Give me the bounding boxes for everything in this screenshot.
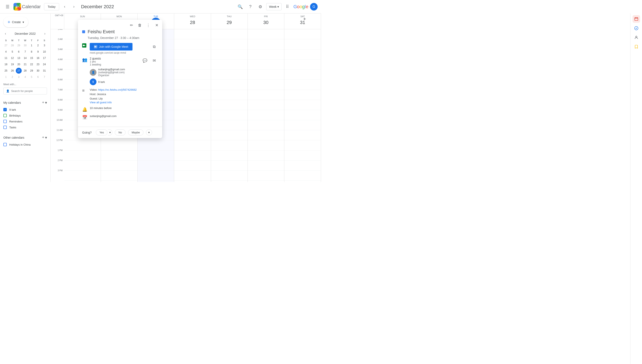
cal-day[interactable]: 19 [9, 62, 15, 67]
my-calendars-section: My calendars + ▾ 9 lark Birthdays Remind… [0, 97, 50, 132]
cal-day[interactable]: 1 [3, 74, 9, 80]
add-event-button[interactable]: + [301, 15, 308, 23]
cal-day[interactable]: 24 [42, 62, 47, 67]
copy-meet-link-button[interactable]: ⧉ [150, 43, 158, 50]
calendar-checkbox[interactable] [3, 143, 7, 146]
my-calendars-header[interactable]: My calendars + ▾ [0, 99, 50, 107]
calendar-name: Holidays in China [9, 143, 31, 146]
help-button[interactable]: ? [246, 2, 254, 11]
cal-day[interactable]: 4 [22, 74, 28, 80]
message-guests-button[interactable]: 💬 [141, 57, 149, 64]
calendar-checkbox[interactable] [3, 108, 7, 111]
calendar-item-tasks[interactable]: Tasks [0, 124, 50, 130]
cal-day[interactable]: 2 [9, 74, 15, 80]
cal-day[interactable]: 20 [16, 62, 22, 67]
add-other-calendar-icon[interactable]: + [42, 135, 44, 140]
next-button[interactable]: › [70, 3, 78, 10]
cal-day[interactable]: 15 [29, 55, 35, 61]
cal-day[interactable]: 22 [29, 62, 35, 67]
day-col-fri[interactable] [248, 29, 284, 182]
other-calendars-header[interactable]: Other calendars + ▾ [0, 134, 50, 142]
mini-prev-button[interactable]: ‹ [3, 31, 9, 36]
close-popup-button[interactable]: ✕ [153, 22, 161, 29]
rsvp-no-button[interactable]: No [115, 130, 126, 136]
cal-day[interactable]: 30 [22, 42, 28, 48]
search-people-input[interactable]: 👤 Search for people [3, 88, 47, 94]
cal-day[interactable]: 13 [16, 55, 22, 61]
cal-day[interactable]: 3 [16, 74, 22, 80]
cal-day[interactable]: 27 [3, 42, 9, 48]
view-selector[interactable]: Week ▾ [266, 3, 282, 10]
day-header-thu[interactable]: THU 29 [211, 14, 248, 29]
rsvp-maybe-button[interactable]: Maybe [128, 130, 143, 136]
cal-day[interactable]: 14 [22, 55, 28, 61]
day-header-fri[interactable]: FRI 30 [248, 14, 284, 29]
cal-day[interactable]: 8 [29, 49, 35, 55]
cal-day[interactable]: 5 [29, 74, 35, 80]
cal-day[interactable]: 28 [22, 68, 28, 74]
calendar-checkbox[interactable] [3, 114, 7, 117]
calendar-checkbox[interactable] [3, 120, 7, 123]
create-button[interactable]: + Create ▾ [3, 17, 28, 27]
popup-content: Feishu Event Tuesday, December 27 · 3:30… [78, 29, 162, 127]
cal-day[interactable]: 11 [3, 55, 9, 61]
join-meet-button[interactable]: Join with Google Meet [90, 43, 133, 50]
user-avatar[interactable]: G [310, 3, 318, 10]
cal-day[interactable]: 12 [9, 55, 15, 61]
cal-day[interactable]: 3 [42, 42, 47, 48]
cal-day[interactable]: 6 [16, 49, 22, 55]
cal-day[interactable]: 7 [42, 74, 47, 80]
cal-day[interactable]: 6 [35, 74, 41, 80]
view-all-guest-info-link[interactable]: View all guest info [90, 101, 112, 104]
cal-day[interactable]: 26 [9, 68, 15, 74]
cal-day[interactable]: 28 [9, 42, 15, 48]
cal-day[interactable]: 2 [35, 42, 41, 48]
day-col-thu[interactable] [211, 29, 248, 182]
cal-day[interactable]: 18 [3, 62, 9, 67]
apps-button[interactable]: ⠿ [283, 2, 292, 11]
rsvp-more-button[interactable]: ▾ [146, 130, 152, 136]
guest-action-icons: 💬 ✉ [141, 57, 158, 64]
cal-day[interactable]: 4 [3, 49, 9, 55]
edit-event-button[interactable]: ✏ [128, 22, 135, 29]
more-options-button[interactable]: ⋮ [145, 22, 152, 29]
cal-day[interactable]: 5 [9, 49, 15, 55]
cal-day[interactable]: 23 [35, 62, 41, 67]
rsvp-yes-button[interactable]: Yes [96, 130, 107, 136]
day-header-wed[interactable]: WED 28 [174, 14, 211, 29]
calendar-item-9lark[interactable]: 9 lark [0, 107, 50, 112]
cal-day[interactable]: 10 [42, 49, 47, 55]
prev-button[interactable]: ‹ [61, 3, 69, 10]
add-calendar-icon[interactable]: + [42, 100, 44, 105]
cal-day[interactable]: 1 [29, 42, 35, 48]
calendar-item-birthdays[interactable]: Birthdays [0, 112, 50, 118]
cal-day[interactable]: 31 [42, 68, 47, 74]
cal-day-today[interactable]: 27 [16, 68, 22, 74]
cal-day[interactable]: 21 [22, 62, 28, 67]
day-col-wed[interactable] [174, 29, 211, 182]
cal-day[interactable]: 16 [35, 55, 41, 61]
cal-day[interactable]: 25 [3, 68, 9, 74]
cal-day[interactable]: 7 [22, 49, 28, 55]
calendar-item-reminders[interactable]: Reminders [0, 118, 50, 124]
mini-next-button[interactable]: › [42, 31, 48, 36]
settings-button[interactable]: ⚙ [256, 2, 264, 11]
search-button[interactable]: 🔍 [236, 2, 244, 11]
cal-day[interactable]: 17 [42, 55, 47, 61]
cal-day[interactable]: 29 [16, 42, 22, 48]
cal-day[interactable]: 30 [35, 68, 41, 74]
cal-day[interactable]: 9 [35, 49, 41, 55]
guests-icon: 👥 [82, 57, 87, 62]
video-link[interactable]: https://vc.feishu.cn/j/567426682 [98, 88, 137, 91]
collapse-icon[interactable]: ▾ [45, 100, 47, 105]
delete-event-button[interactable]: 🗑 [136, 22, 144, 29]
day-col-sat[interactable] [284, 29, 321, 182]
calendar-item-holidays[interactable]: Holidays in China [0, 142, 50, 148]
menu-icon[interactable]: ☰ [3, 2, 12, 11]
cal-day[interactable]: 29 [29, 68, 35, 74]
rsvp-yes-dropdown[interactable]: ▾ [108, 130, 112, 136]
calendar-checkbox[interactable] [3, 126, 7, 129]
email-guests-button[interactable]: ✉ [150, 57, 158, 64]
today-button[interactable]: Today [44, 3, 59, 10]
collapse-other-icon[interactable]: ▾ [45, 135, 47, 140]
